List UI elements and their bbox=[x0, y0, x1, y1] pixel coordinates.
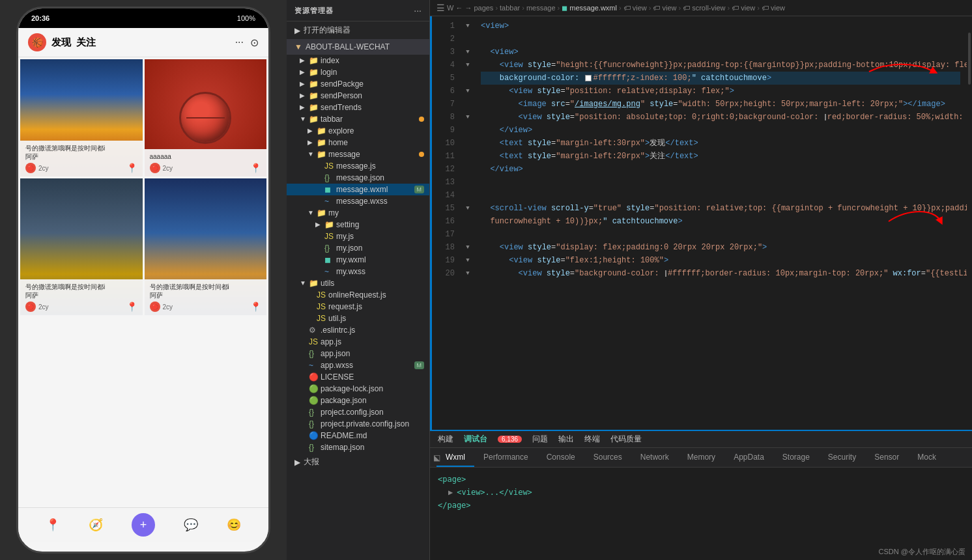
file-project-config-json[interactable]: {} project.config.json bbox=[287, 406, 429, 418]
more-icon[interactable]: ··· bbox=[235, 36, 244, 48]
file-package-json[interactable]: 🟢 package.json bbox=[287, 395, 429, 406]
folder-tabbar[interactable]: ▼📁 tabbar bbox=[287, 113, 429, 125]
folder-login[interactable]: ▶📁 login bbox=[287, 66, 429, 78]
browser-forward-icon[interactable]: → bbox=[465, 4, 472, 12]
file-eslintrc-js[interactable]: ⚙ .eslintrc.js bbox=[287, 324, 429, 336]
open-editors-section[interactable]: ▶ 打开的编辑器 bbox=[287, 21, 429, 39]
file-my-wxss[interactable]: ~ my.wxss bbox=[287, 266, 429, 277]
file-message-wxml[interactable]: ◼ message.wxml M bbox=[287, 184, 429, 195]
caption-2: aaaaaa bbox=[150, 152, 262, 161]
status-debug[interactable]: 调试台 bbox=[464, 434, 487, 445]
breadcrumb-tabbar: tabbar bbox=[500, 4, 520, 12]
breadcrumb-view4: 🏷 view bbox=[762, 4, 785, 12]
breadcrumb-file: ◼message.wxml bbox=[562, 4, 617, 12]
code-editor-content[interactable]: 1 2 3 4 5 6 7 8 9 10 11 12 13 14 bbox=[432, 16, 972, 430]
file-my-json[interactable]: {} my.json bbox=[287, 242, 429, 254]
red-arrow-2 bbox=[882, 202, 947, 231]
file-my-wxml[interactable]: ◼ my.wxml bbox=[287, 254, 429, 266]
file-message-wxss[interactable]: ~ message.wxss bbox=[287, 195, 429, 207]
breadcrumb: ☰ W ← → pages › tabbar › message › ◼mess… bbox=[430, 0, 972, 16]
nav-chat[interactable]: 💬 bbox=[184, 518, 198, 532]
photo-item-1[interactable]: 号的撒谎第哦啊是按时间都i阿萨 🔴 2cy 📍 bbox=[20, 59, 143, 176]
breadcrumb-view1: 🏷 view bbox=[623, 4, 647, 12]
nav-add[interactable]: + bbox=[132, 513, 155, 537]
photo-item-3[interactable]: 号的撒谎第哦啊是按时间都i阿萨 🔴 2cy 📍 bbox=[20, 178, 143, 315]
dom-line-view[interactable]: ▶ <view>...</view> bbox=[438, 486, 964, 499]
breadcrumb-message: message bbox=[526, 4, 556, 12]
editor-scrollbar[interactable] bbox=[967, 20, 972, 427]
code-panel-wrapper: ☰ W ← → pages › tabbar › message › ◼mess… bbox=[430, 0, 972, 560]
status-code-quality[interactable]: 代码质量 bbox=[610, 434, 642, 445]
folder-message[interactable]: ▼📁 message bbox=[287, 148, 429, 160]
file-app-js[interactable]: JS app.js bbox=[287, 336, 429, 348]
status-issues[interactable]: 问题 bbox=[532, 434, 548, 445]
tab-wxml[interactable]: Wxml bbox=[436, 448, 474, 467]
file-util-js[interactable]: JS util.js bbox=[287, 313, 429, 324]
more-section[interactable]: ▶ 大报 bbox=[287, 453, 429, 471]
nav-emoji[interactable]: 😊 bbox=[227, 518, 241, 532]
code-line-7: <image src="/images/mg.png" style="width… bbox=[481, 98, 960, 111]
project-header[interactable]: ▼ ABOUT-BALL-WECHAT bbox=[287, 39, 429, 55]
file-project-private-config-json[interactable]: {} project.private.config.json bbox=[287, 418, 429, 430]
hamburger-icon[interactable]: ☰ bbox=[436, 3, 445, 13]
folder-home[interactable]: ▶📁 home bbox=[287, 137, 429, 148]
folder-index[interactable]: ▶📁 index bbox=[287, 55, 429, 66]
inspector-toggle[interactable]: ⬕ bbox=[430, 448, 436, 467]
nav-back-icon[interactable]: W bbox=[447, 4, 453, 12]
file-message-js[interactable]: JS message.js bbox=[287, 160, 429, 172]
file-message-json[interactable]: {} message.json bbox=[287, 172, 429, 184]
avatar-1: 🔴 bbox=[25, 163, 36, 173]
status-terminal[interactable]: 终端 bbox=[584, 434, 600, 445]
code-line-3: <view> bbox=[481, 46, 960, 59]
caption-4: 号的撒谎第哦啊是按时间都i阿萨 bbox=[150, 283, 262, 300]
expand-arrow-icon[interactable]: ▶ bbox=[448, 486, 453, 499]
browser-back-icon[interactable]: ← bbox=[455, 4, 463, 12]
folder-explore[interactable]: ▶📁 explore bbox=[287, 125, 429, 137]
phone-bottom-nav: 📍 🧭 + 💬 😊 bbox=[18, 507, 268, 542]
file-onlinerequest-js[interactable]: JS onlineRequest.js bbox=[287, 289, 429, 301]
avatar-3: 🔴 bbox=[25, 301, 36, 312]
tab-performance[interactable]: Performance bbox=[474, 448, 537, 467]
username-4: 2cy bbox=[163, 303, 173, 311]
file-request-js[interactable]: JS request.js bbox=[287, 301, 429, 313]
status-output[interactable]: 输出 bbox=[558, 434, 574, 445]
breadcrumb-scrollview: 🏷 scroll-view bbox=[683, 4, 725, 12]
nav-compass[interactable]: 🧭 bbox=[89, 518, 103, 532]
code-text[interactable]: <view> <view> <view style="height:{{func… bbox=[474, 20, 967, 427]
photo-item-4[interactable]: 号的撒谎第哦啊是按时间都i阿萨 🔴 2cy 📍 bbox=[145, 178, 267, 315]
tab-appdata[interactable]: AppData bbox=[724, 448, 773, 467]
status-build[interactable]: 构建 bbox=[438, 434, 453, 445]
file-app-json[interactable]: {} app.json bbox=[287, 348, 429, 359]
tab-network[interactable]: Network bbox=[631, 448, 678, 467]
folder-utils[interactable]: ▼📁 utils bbox=[287, 277, 429, 289]
tab-memory[interactable]: Memory bbox=[678, 448, 724, 467]
tab-mock[interactable]: Mock bbox=[908, 448, 945, 467]
scan-icon[interactable]: ⊙ bbox=[250, 36, 259, 49]
project-chevron: ▼ bbox=[294, 42, 302, 51]
file-readme-md[interactable]: 🔵 README.md bbox=[287, 430, 429, 441]
caption-3: 号的撒谎第哦啊是按时间都i阿萨 bbox=[25, 283, 137, 300]
tab-console[interactable]: Console bbox=[537, 448, 584, 467]
more-options-icon[interactable]: ··· bbox=[414, 5, 422, 16]
tab-storage[interactable]: Storage bbox=[773, 448, 819, 467]
nav-location[interactable]: 📍 bbox=[46, 518, 60, 532]
phone-panel: 20:36 100% 🏀 发现 关注 ··· ⊙ 号的撒谎第哦啊是按时间都i阿萨 bbox=[0, 0, 287, 560]
tab-sources[interactable]: Sources bbox=[584, 448, 631, 467]
file-package-lock-json[interactable]: 🟢 package-lock.json bbox=[287, 383, 429, 395]
file-app-wxss[interactable]: ~ app.wxss M bbox=[287, 359, 429, 371]
file-panel-title: 资源管理器 bbox=[294, 6, 334, 16]
file-my-js[interactable]: JS my.js bbox=[287, 231, 429, 242]
folder-my[interactable]: ▼📁 my bbox=[287, 207, 429, 219]
tab-sensor[interactable]: Sensor bbox=[865, 448, 908, 467]
devtools-main-tabs: ⬕ Wxml Performance Console Sources Netwo… bbox=[430, 448, 972, 468]
folder-sendpackge[interactable]: ▶📁 sendPackge bbox=[287, 78, 429, 90]
folder-sendperson[interactable]: ▶📁 sendPerson bbox=[287, 90, 429, 102]
tab-security[interactable]: Security bbox=[819, 448, 865, 467]
photo-item-2[interactable]: aaaaaa 🔴 2cy 📍 bbox=[145, 59, 267, 176]
photo-grid: 号的撒谎第哦啊是按时间都i阿萨 🔴 2cy 📍 aaaaaa bbox=[18, 57, 268, 317]
folder-sendtrends[interactable]: ▶📁 sendTrends bbox=[287, 102, 429, 113]
folder-setting[interactable]: ▶📁 setting bbox=[287, 219, 429, 231]
devtools-panel: 构建 调试台 6,136 问题 输出 终端 代码质量 ⬕ Wxml Perfor… bbox=[430, 430, 972, 560]
file-sitemap-json[interactable]: {} sitemap.json bbox=[287, 441, 429, 453]
file-license[interactable]: 🔴 LICENSE bbox=[287, 371, 429, 383]
